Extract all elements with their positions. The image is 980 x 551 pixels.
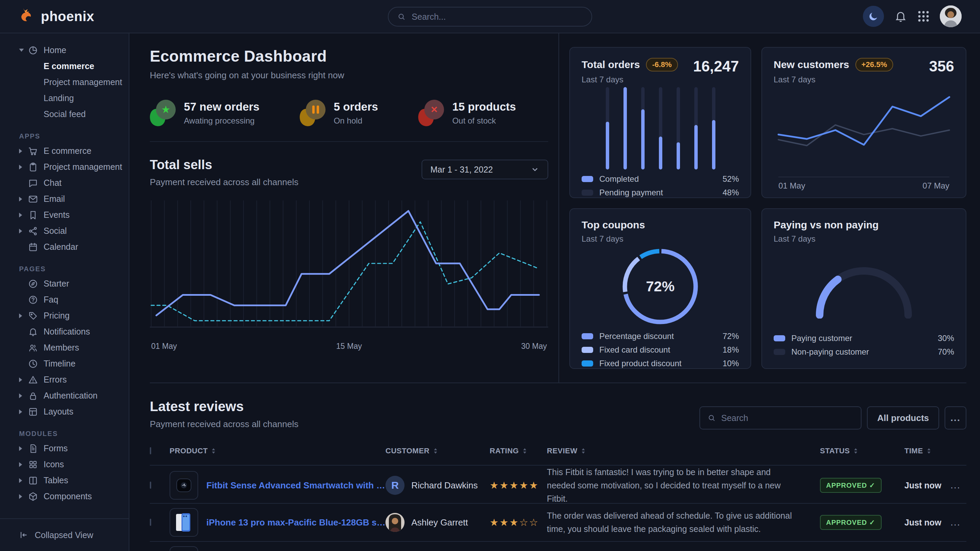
sidebar-item-layouts[interactable]: Layouts [19,403,123,420]
date-range-select[interactable]: Mar 1 - 31, 2022 [422,160,548,179]
checkbox[interactable] [150,481,151,489]
photo-avatar [385,513,404,532]
global-search[interactable] [388,7,592,27]
notifications-button[interactable] [894,10,907,23]
row-select[interactable] [150,519,170,526]
sidebar-subitem-social-feed[interactable]: Social feed [19,106,123,122]
sidebar-item-forms[interactable]: Forms [19,440,123,456]
caret-right-icon [19,394,28,398]
apps-grid-button[interactable] [917,10,930,22]
sidebar-subitem-project-management[interactable]: Project management [19,74,123,90]
sidebar-item-chat[interactable]: Chat [19,175,123,191]
sidebar-item-authentication[interactable]: Authentication [19,387,123,403]
checkbox[interactable] [150,519,151,526]
select-all-checkbox[interactable] [150,448,170,454]
moon-icon [868,11,879,22]
column-header-status[interactable]: STATUS [820,446,904,456]
collapsed-view-label: Collapsed View [35,530,93,540]
sidebar-item-label: Calendar [44,242,78,252]
sidebar-item-members[interactable]: Members [19,340,123,356]
row-menu-button[interactable]: ... [945,480,966,491]
sidebar-item-tables[interactable]: Tables [19,472,123,488]
row-menu-button[interactable]: ... [945,517,966,528]
stat-pause: 5 ordersOn hold [300,100,378,126]
sidebar-item-errors[interactable]: Errors [19,372,123,387]
stat-value: 57 new orders [184,100,259,113]
search-input[interactable] [411,11,582,22]
stats-row: ★57 new ordersAwating processing5 orders… [150,100,548,126]
table-row: Fitbit Sense Advanced Smartwatch with To… [150,465,966,503]
legend-value: 10% [722,359,739,368]
column-header-customer[interactable]: CUSTOMER [385,446,490,456]
sidebar-item-calendar[interactable]: Calendar [19,239,123,255]
sidebar-item-timeline[interactable]: Timeline [19,356,123,372]
sidebar-item-faq[interactable]: Faq [19,292,123,308]
legend-value: 30% [938,333,954,343]
paying-gauge-chart [774,244,954,332]
row-select[interactable] [150,482,170,488]
all-products-button[interactable]: All products [867,407,939,429]
caret-right-icon [19,410,28,414]
sidebar-item-icons[interactable]: Icons [19,456,123,472]
legend-item: Non-paying customer70% [774,345,954,359]
legend-item: Fixed product discount10% [582,357,739,370]
caret-right-icon [19,165,28,170]
legend-label: Paying customer [791,333,852,343]
product-cell: Fitbit Sense Advanced Smartwatch with To… [170,471,385,500]
sidebar-item-label: Social [44,226,67,236]
sidebar-item-social[interactable]: Social [19,223,123,239]
card-value: 16,247 [693,58,739,75]
sidebar-item-email[interactable]: Email [19,191,123,207]
user-avatar[interactable] [940,5,962,27]
main-content: Ecommerce Dashboard Here's what's going … [129,33,980,551]
file-icon [28,443,38,454]
legend-label: Fixed product discount [599,359,681,368]
brand-name: phoenix [41,9,94,24]
users-icon [28,343,38,353]
product-cell: iPhone 13 pro max-Pacific Blue-128GB sto… [170,508,385,537]
sidebar-item-events[interactable]: Events [19,207,123,223]
collapsed-view-toggle[interactable]: Collapsed View [0,518,129,551]
product-cell [170,546,385,551]
coupons-legend: Percentage discount72%Fixed card discoun… [582,329,739,370]
brand-logo[interactable]: phoenix [18,8,94,25]
orders-bar-chart [582,84,739,172]
stat-caption: On hold [334,116,378,125]
sidebar-item-notifications[interactable]: Notifications [19,324,123,340]
bell-icon [894,10,907,23]
card-value: 356 [929,58,954,75]
customers-line-svg: 01 May07 May [774,84,954,191]
sidebar-item-e-commerce[interactable]: E commerce [19,143,123,159]
star-glyph: ★ [161,105,170,115]
sidebar-subitem-landing[interactable]: Landing [19,90,123,106]
sidebar-item-components[interactable]: Components [19,488,123,504]
sidebar-item-project-management[interactable]: Project management [19,159,123,175]
sidebar-item-label: Components [44,491,92,501]
sidebar-item-pricing[interactable]: Pricing [19,308,123,324]
product-link[interactable]: iPhone 13 pro max-Pacific Blue-128GB sto… [206,517,385,528]
dark-mode-toggle[interactable] [863,6,884,27]
stat-text: 57 new ordersAwating processing [184,100,259,125]
pause-status-icon [300,100,326,126]
sidebar-item-starter[interactable]: Starter [19,276,123,292]
column-header-product[interactable]: PRODUCT [170,446,385,456]
reviews-more-button[interactable]: ... [945,407,966,429]
sidebar-item-home[interactable]: Home [19,42,123,58]
column-header-rating[interactable]: RATING [490,446,547,456]
legend-value: 52% [722,174,739,184]
orders-bars-svg [589,84,732,172]
legend-label: Fixed card discount [599,345,670,355]
sort-icon [211,448,216,454]
status-badge: APPROVED ✓ [820,478,881,493]
total-sells-title: Total sells [150,157,298,172]
product-link[interactable]: Fitbit Sense Advanced Smartwatch with To… [206,480,385,491]
reviews-search[interactable] [699,407,862,429]
sort-icon [581,448,586,454]
column-header-review[interactable]: REVIEW [547,446,820,456]
column-header-time[interactable]: TIME [904,446,945,456]
sidebar-subitem-e-commerce[interactable]: E commerce [19,58,123,74]
reviews-search-input[interactable] [721,413,853,423]
trend-badge: +26.5% [855,58,893,71]
checkbox[interactable] [150,447,151,454]
legend-value: 72% [722,332,739,341]
